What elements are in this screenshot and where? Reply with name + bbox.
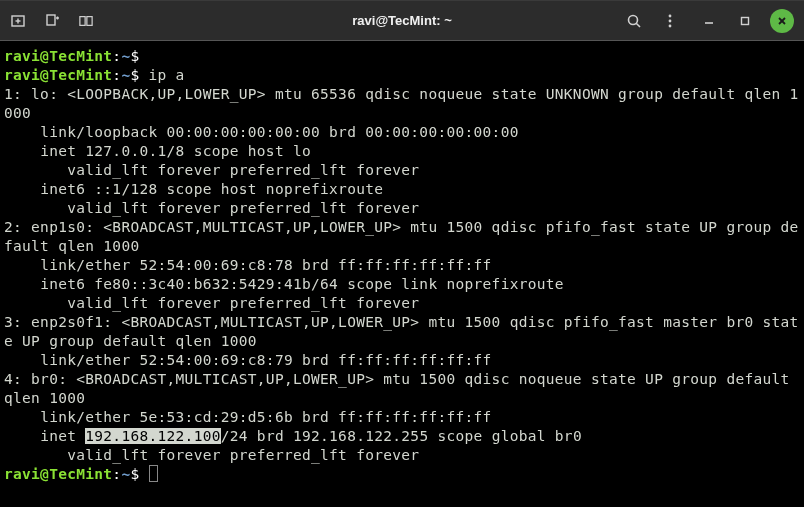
terminal-body[interactable]: ravi@TecMint:~$ ravi@TecMint:~$ ip a 1: … [0, 40, 804, 507]
output-line: 4: br0: <BROADCAST,MULTICAST,UP,LOWER_UP… [4, 371, 799, 406]
output-line: valid_lft forever preferred_lft forever [4, 447, 419, 463]
prompt-userhost: ravi@TecMint [4, 67, 112, 83]
split-icon[interactable] [78, 13, 94, 29]
svg-line-9 [636, 23, 640, 27]
output-line: valid_lft forever preferred_lft forever [4, 200, 419, 216]
output-line: inet6 fe80::3c40:b632:5429:41b/64 scope … [4, 276, 564, 292]
svg-point-8 [629, 15, 638, 24]
prompt-symbol: $ [130, 48, 139, 64]
menu-icon[interactable] [662, 13, 678, 29]
close-button[interactable] [770, 9, 794, 33]
svg-rect-6 [80, 16, 85, 25]
prompt-userhost: ravi@TecMint [4, 466, 112, 482]
svg-rect-14 [742, 17, 749, 24]
output-line: inet6 ::1/128 scope host noprefixroute [4, 181, 383, 197]
svg-point-11 [669, 19, 672, 22]
output-line: 1: lo: <LOOPBACK,UP,LOWER_UP> mtu 65536 … [4, 86, 799, 121]
output-line: inet 127.0.0.1/8 scope host lo [4, 143, 311, 159]
highlighted-ip: 192.168.122.100 [85, 428, 220, 444]
output-line: valid_lft forever preferred_lft forever [4, 162, 419, 178]
titlebar-left-icons [10, 13, 94, 29]
output-line: 2: enp1s0: <BROADCAST,MULTICAST,UP,LOWER… [4, 219, 799, 254]
prompt-symbol: $ [130, 466, 139, 482]
prompt-symbol: $ [130, 67, 139, 83]
svg-rect-7 [87, 16, 92, 25]
minimize-button[interactable] [698, 10, 720, 32]
titlebar: ravi@TecMint: ~ [0, 0, 804, 40]
output-line-post: /24 brd 192.168.122.255 scope global br0 [221, 428, 582, 444]
output-line: valid_lft forever preferred_lft forever [4, 295, 419, 311]
prompt-userhost: ravi@TecMint [4, 48, 112, 64]
output-line: 3: enp2s0f1: <BROADCAST,MULTICAST,UP,LOW… [4, 314, 799, 349]
output-line-pre: inet [4, 428, 85, 444]
window-title: ravi@TecMint: ~ [352, 13, 452, 28]
output-line: link/ether 52:54:00:69:c8:79 brd ff:ff:f… [4, 352, 492, 368]
new-window-icon[interactable] [44, 13, 60, 29]
output-line: link/loopback 00:00:00:00:00:00 brd 00:0… [4, 124, 519, 140]
titlebar-right [626, 9, 794, 33]
command-text: ip a [148, 67, 184, 83]
cursor [149, 465, 158, 482]
svg-point-10 [669, 14, 672, 17]
svg-point-12 [669, 24, 672, 27]
window-controls [698, 9, 794, 33]
maximize-button[interactable] [734, 10, 756, 32]
search-icon[interactable] [626, 13, 642, 29]
svg-rect-3 [47, 15, 55, 25]
new-tab-icon[interactable] [10, 13, 26, 29]
output-line: link/ether 52:54:00:69:c8:78 brd ff:ff:f… [4, 257, 492, 273]
output-line: link/ether 5e:53:cd:29:d5:6b brd ff:ff:f… [4, 409, 492, 425]
